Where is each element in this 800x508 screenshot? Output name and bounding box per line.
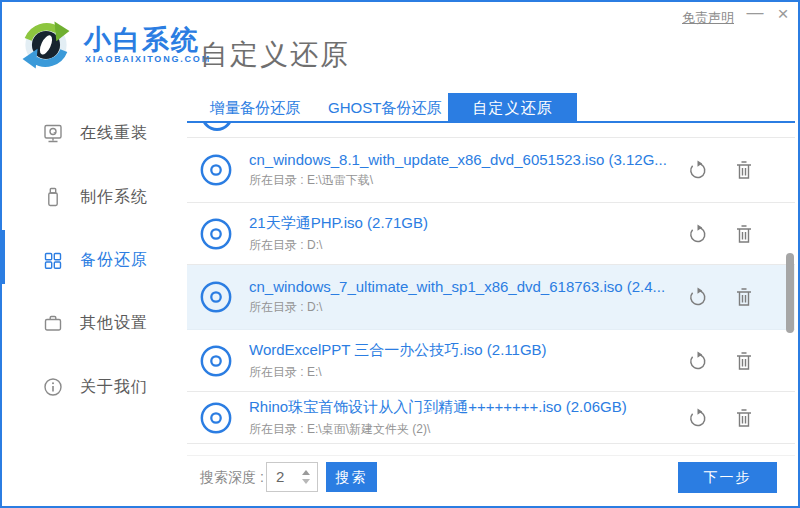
disclaimer-link[interactable]: 免责声明 xyxy=(682,9,734,27)
list-item[interactable]: cn_windows_8.1_with_update_x86_dvd_60515… xyxy=(187,138,795,203)
stepper-up-icon[interactable] xyxy=(302,470,310,475)
next-step-button[interactable]: 下一步 xyxy=(678,462,777,493)
list-item[interactable]: Rhino珠宝首饰设计从入门到精通++++++++.iso (2.06GB) 所… xyxy=(187,392,795,444)
sidebar-item-make-system[interactable]: 制作系统 xyxy=(2,175,185,219)
app-window: 小白系统 XIAOBAIXITONG.COM 自定义还原 免责声明 — × 在线… xyxy=(0,0,800,508)
sidebar-active-indicator xyxy=(0,230,5,284)
list-item[interactable]: WordExcelPPT 三合一办公技巧.iso (2.11GB) 所在目录 :… xyxy=(187,330,795,392)
trash-icon[interactable] xyxy=(733,159,755,181)
cd-icon xyxy=(199,401,233,435)
page-title: 自定义还原 xyxy=(200,36,350,74)
iso-directory: 所在目录 : E:\桌面\新建文件夹 (2)\ xyxy=(249,421,687,438)
sidebar-item-other-settings[interactable]: 其他设置 xyxy=(2,301,185,345)
scrollbar-thumb[interactable] xyxy=(786,253,794,333)
iso-directory: 所在目录 : D:\ xyxy=(249,299,687,316)
briefcase-icon xyxy=(42,312,64,334)
iso-title: cn_windows_7_ultimate_with_sp1_x86_dvd_6… xyxy=(249,278,687,295)
sidebar-item-backup-restore[interactable]: 备份还原 xyxy=(2,238,185,282)
search-depth-label: 搜索深度 : xyxy=(200,469,264,487)
list-item-highlighted[interactable]: cn_windows_7_ultimate_with_sp1_x86_dvd_6… xyxy=(187,265,795,330)
sidebar-item-label: 其他设置 xyxy=(80,313,148,334)
tab-ghost-backup[interactable]: GHOST备份还原 xyxy=(328,99,441,118)
minimize-button[interactable]: — xyxy=(744,3,766,23)
close-button[interactable]: × xyxy=(771,3,795,25)
list-bottom-divider xyxy=(187,443,795,444)
trash-icon[interactable] xyxy=(733,350,755,372)
trash-icon[interactable] xyxy=(733,223,755,245)
restore-icon[interactable] xyxy=(687,159,709,181)
cd-icon xyxy=(199,344,233,378)
restore-icon[interactable] xyxy=(687,350,709,372)
app-logo-icon xyxy=(16,13,76,75)
search-depth-stepper[interactable]: 2 xyxy=(266,462,318,492)
iso-file-list: cn_windows_8.1_with_update_x86_dvd_60515… xyxy=(187,123,795,444)
sidebar-item-label: 备份还原 xyxy=(80,250,148,271)
iso-title: WordExcelPPT 三合一办公技巧.iso (2.11GB) xyxy=(249,341,687,360)
usb-icon xyxy=(42,186,64,208)
cd-icon xyxy=(199,217,233,251)
iso-title: cn_windows_8.1_with_update_x86_dvd_60515… xyxy=(249,151,687,168)
search-depth-value: 2 xyxy=(267,463,298,491)
cd-icon xyxy=(201,123,233,131)
sidebar-item-label: 关于我们 xyxy=(80,377,148,398)
restore-icon[interactable] xyxy=(687,223,709,245)
monitor-icon xyxy=(42,122,64,144)
stepper-down-icon[interactable] xyxy=(302,479,310,484)
cd-icon xyxy=(199,153,233,187)
iso-title: 21天学通PHP.iso (2.71GB) xyxy=(249,214,687,233)
sidebar-item-online-reinstall[interactable]: 在线重装 xyxy=(2,111,185,155)
brand-subtitle: XIAOBAIXITONG.COM xyxy=(85,54,211,64)
search-button[interactable]: 搜索 xyxy=(326,462,377,492)
brand-title: 小白系统 xyxy=(84,22,200,58)
restore-icon[interactable] xyxy=(687,286,709,308)
grid-icon xyxy=(42,249,64,271)
restore-icon[interactable] xyxy=(687,407,709,429)
info-icon xyxy=(42,376,64,398)
footer-divider xyxy=(187,455,795,456)
trash-icon[interactable] xyxy=(733,286,755,308)
tab-custom-restore[interactable]: 自定义还原 xyxy=(448,93,577,123)
sidebar-item-label: 制作系统 xyxy=(80,187,148,208)
tab-incremental-backup[interactable]: 增量备份还原 xyxy=(210,99,300,118)
list-item-partial xyxy=(187,123,795,138)
sidebar-item-about-us[interactable]: 关于我们 xyxy=(2,365,185,409)
list-item[interactable]: 21天学通PHP.iso (2.71GB) 所在目录 : D:\ xyxy=(187,203,795,265)
iso-title: Rhino珠宝首饰设计从入门到精通++++++++.iso (2.06GB) xyxy=(249,398,687,417)
trash-icon[interactable] xyxy=(733,407,755,429)
iso-directory: 所在目录 : E:\迅雷下载\ xyxy=(249,172,687,189)
sidebar-item-label: 在线重装 xyxy=(80,123,148,144)
cd-icon xyxy=(199,280,233,314)
iso-directory: 所在目录 : E:\ xyxy=(249,364,687,381)
iso-directory: 所在目录 : D:\ xyxy=(249,237,687,254)
